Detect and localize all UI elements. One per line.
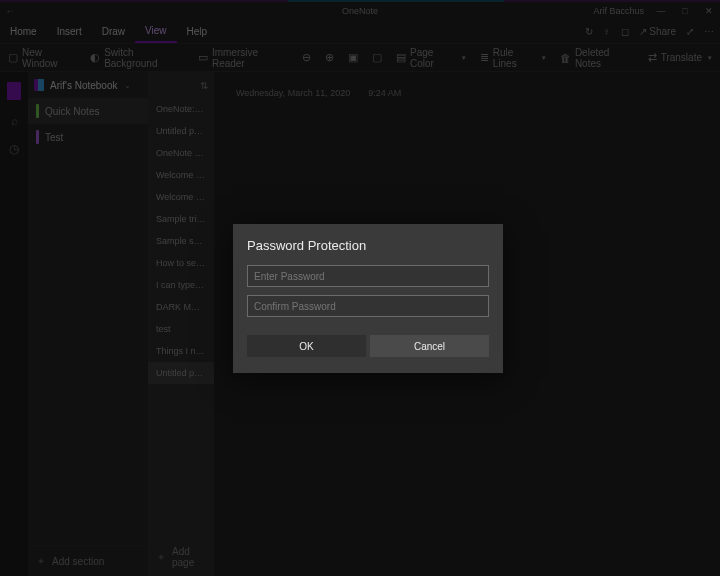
app-window: ← OneNote Arif Bacchus — □ ✕ Home Insert… <box>0 0 720 576</box>
dialog-title: Password Protection <box>247 238 489 253</box>
enter-password-input[interactable] <box>247 265 489 287</box>
password-dialog: Password Protection OK Cancel <box>233 224 503 373</box>
cancel-button[interactable]: Cancel <box>370 335 489 357</box>
confirm-password-input[interactable] <box>247 295 489 317</box>
ok-button[interactable]: OK <box>247 335 366 357</box>
